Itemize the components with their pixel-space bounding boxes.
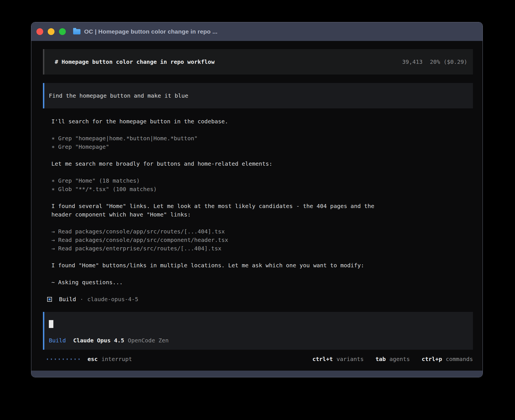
conversation-line: → Read packages/enterprise/src/routes/[.… xyxy=(51,244,473,253)
conversation-line: Let me search more broadly for buttons a… xyxy=(51,159,473,168)
agent-separator: · xyxy=(80,295,83,303)
conversation-line: I found "Home" buttons/links in multiple… xyxy=(51,261,473,270)
terminal-content: # Homepage button color change in repo w… xyxy=(31,41,483,371)
key-ctrl-p: ctrl+p xyxy=(422,355,442,363)
user-message-text: Find the homepage button and make it blu… xyxy=(49,92,188,99)
status-right: ctrl+tvariantstabagentsctrl+pcommands xyxy=(312,355,473,363)
mode-label[interactable]: Build xyxy=(49,336,66,345)
session-stats: 39,413 20% ($0.29) xyxy=(402,58,467,66)
conversation-line: → Read packages/console/app/src/componen… xyxy=(51,236,473,244)
window-title: OC | Homepage button color change in rep… xyxy=(84,28,217,35)
user-message-block: Find the homepage button and make it blu… xyxy=(43,83,473,108)
agent-name: Build xyxy=(59,295,76,303)
paragraph-tool: ∗ Grep "homepage|home.*button|Home.*butt… xyxy=(51,134,473,151)
minimize-button[interactable] xyxy=(48,28,54,35)
interrupt-label: interrupt xyxy=(101,355,132,363)
paragraph-tool: → Read packages/console/app/src/routes/[… xyxy=(51,227,473,253)
paragraph-text: I'll search for the homepage button in t… xyxy=(51,117,473,126)
session-title: # Homepage button color change in repo w… xyxy=(55,58,215,66)
conversation: I'll search for the homepage button in t… xyxy=(43,117,473,286)
status-bar: esc interrupt ctrl+tvariantstabagentsctr… xyxy=(43,355,473,363)
label-agents: agents xyxy=(389,355,410,363)
paragraph-text: Let me search more broadly for buttons a… xyxy=(51,159,473,168)
conversation-line: header component which have "Home" links… xyxy=(51,210,473,219)
input-footer: Build Claude Opus 4.5 OpenCode Zen xyxy=(49,336,467,345)
label-commands: commands xyxy=(446,355,473,363)
conversation-line: → Read packages/console/app/src/routes/[… xyxy=(51,227,473,236)
key-tab: tab xyxy=(376,355,386,363)
paragraph-text: I found several "Home" links. Let me loo… xyxy=(51,202,473,219)
key-ctrl-t: ctrl+t xyxy=(312,355,333,363)
provider-label: OpenCode Zen xyxy=(128,336,169,345)
shortcut-hint-variants: ctrl+tvariants xyxy=(312,355,364,363)
paragraph-text: I found "Home" buttons/links in multiple… xyxy=(51,261,473,270)
session-header: # Homepage button color change in repo w… xyxy=(43,49,473,75)
traffic-lights xyxy=(36,28,66,35)
model-label[interactable]: Claude Opus 4.5 xyxy=(73,336,124,345)
esc-key-hint: esc xyxy=(88,355,98,363)
input-line[interactable] xyxy=(49,319,467,328)
conversation-line: ∗ Grep "Home" (18 matches) xyxy=(51,176,473,185)
agent-build-icon xyxy=(47,297,52,302)
agent-status-line: Build · claude-opus-4-5 xyxy=(43,295,473,303)
shortcut-hint-agents: tabagents xyxy=(376,355,410,363)
conversation-line: ∗ Grep "homepage|home.*button|Home.*butt… xyxy=(51,134,473,143)
close-button[interactable] xyxy=(36,28,43,35)
title-bar[interactable]: OC | Homepage button color change in rep… xyxy=(31,22,483,41)
conversation-line: ~ Asking questions... xyxy=(51,278,473,286)
conversation-line: ∗ Glob "**/*.tsx" (100 matches) xyxy=(51,185,473,193)
conversation-line: I found several "Home" links. Let me loo… xyxy=(51,202,473,210)
shortcut-hint-commands: ctrl+pcommands xyxy=(422,355,473,363)
terminal-window: OC | Homepage button color change in rep… xyxy=(31,22,483,377)
conversation-line: I'll search for the homepage button in t… xyxy=(51,117,473,126)
conversation-line: ∗ Grep "Homepage" xyxy=(51,143,473,151)
context-usage: 20% ($0.29) xyxy=(430,58,467,66)
status-left: esc interrupt xyxy=(43,355,132,363)
folder-icon xyxy=(73,29,80,34)
window-bottom-bar xyxy=(31,371,483,377)
prompt-input[interactable]: Build Claude Opus 4.5 OpenCode Zen xyxy=(43,312,473,350)
paragraph-text: ~ Asking questions... xyxy=(51,278,473,286)
paragraph-tool: ∗ Grep "Home" (18 matches)∗ Glob "**/*.t… xyxy=(51,176,473,193)
text-cursor xyxy=(49,320,53,328)
label-variants: variants xyxy=(337,355,364,363)
agent-model: claude-opus-4-5 xyxy=(87,295,138,303)
zoom-button[interactable] xyxy=(59,28,66,35)
token-count: 39,413 xyxy=(402,58,422,66)
spinner-dots xyxy=(47,358,80,360)
